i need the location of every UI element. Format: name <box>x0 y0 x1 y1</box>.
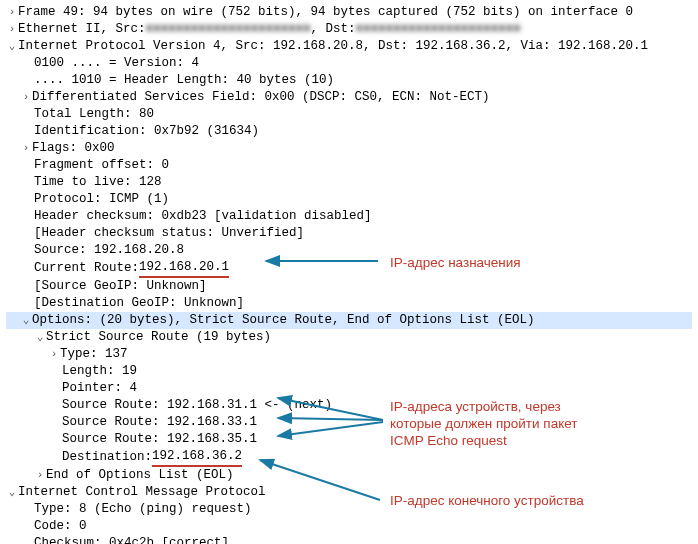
ip-proto-row[interactable]: Protocol: ICMP (1) <box>6 191 692 208</box>
expand-icon[interactable]: › <box>6 4 18 21</box>
ipv4-row[interactable]: ⌄ Internet Protocol Version 4, Src: 192.… <box>6 38 692 55</box>
ip-chksum-row[interactable]: Header checksum: 0xdb23 [validation disa… <box>6 208 692 225</box>
svg-line-4 <box>260 460 380 500</box>
field: [Header checksum status: Unverified] <box>34 225 304 242</box>
annotation-final-device: IP-адрес конечного устройства <box>390 492 584 509</box>
annotation-destination-ip: IP-адрес назначения <box>390 254 521 271</box>
current-route-value: 192.168.20.1 <box>139 259 229 278</box>
expand-icon[interactable]: › <box>20 140 32 157</box>
field: Total Length: 80 <box>34 106 154 123</box>
ip-flags-row[interactable]: › Flags: 0x00 <box>6 140 692 157</box>
annotation-route-devices: IP-адреса устройств, через которые долже… <box>390 398 577 449</box>
field: 0100 .... = Version: 4 <box>34 55 199 72</box>
svg-line-1 <box>278 398 383 420</box>
ethernet-prefix: Ethernet II, Src: <box>18 21 146 38</box>
field: Pointer: 4 <box>62 380 137 397</box>
ip-frag-row[interactable]: Fragment offset: 0 <box>6 157 692 174</box>
field: [Destination GeoIP: Unknown] <box>34 295 244 312</box>
field: [Source GeoIP: Unknown] <box>34 278 207 295</box>
ssr-length-row[interactable]: Length: 19 <box>6 363 692 380</box>
ip-version-row[interactable]: 0100 .... = Version: 4 <box>6 55 692 72</box>
field: Options: (20 bytes), Strict Source Route… <box>32 312 535 329</box>
ip-tlen-row[interactable]: Total Length: 80 <box>6 106 692 123</box>
field: .... 1010 = Header Length: 40 bytes (10) <box>34 72 334 89</box>
ethernet-row[interactable]: › Ethernet II, Src: ■■■■■■■■■■■■■■■■■■■■… <box>6 21 692 38</box>
field: Type: 137 <box>60 346 128 363</box>
ssr-dest-label: Destination: <box>62 449 152 466</box>
annotation-line: IP-адреса устройств, через <box>390 398 577 415</box>
arrow-icon <box>258 254 383 268</box>
current-route-label: Current Route: <box>34 260 139 277</box>
ip-ident-row[interactable]: Identification: 0x7b92 (31634) <box>6 123 692 140</box>
field: Differentiated Services Field: 0x00 (DSC… <box>32 89 490 106</box>
expand-icon[interactable]: › <box>20 89 32 106</box>
field: Checksum: 0x4c2b [correct] <box>34 535 229 544</box>
annotation-line: которые должен пройти пакет <box>390 415 577 432</box>
field: Type: 8 (Echo (ping) request) <box>34 501 252 518</box>
ssr-header-row[interactable]: ⌄ Strict Source Route (19 bytes) <box>6 329 692 346</box>
ip-options-row[interactable]: ⌄ Options: (20 bytes), Strict Source Rou… <box>6 312 692 329</box>
svg-line-3 <box>278 422 383 436</box>
ipv4-header: Internet Protocol Version 4, Src: 192.16… <box>18 38 648 55</box>
field: Header checksum: 0xdb23 [validation disa… <box>34 208 372 225</box>
expand-icon[interactable]: › <box>48 346 60 363</box>
ssr-dest-value: 192.168.36.2 <box>152 448 242 467</box>
expand-icon[interactable]: › <box>34 467 46 484</box>
ip-chkstat-row[interactable]: [Header checksum status: Unverified] <box>6 225 692 242</box>
icmp-chk-row[interactable]: Checksum: 0x4c2b [correct] <box>6 535 692 544</box>
field: Flags: 0x00 <box>32 140 115 157</box>
arrow-icon <box>250 452 385 507</box>
field: Fragment offset: 0 <box>34 157 169 174</box>
field: Source: 192.168.20.8 <box>34 242 184 259</box>
ip-srcgeo-row[interactable]: [Source GeoIP: Unknown] <box>6 278 692 295</box>
field: Code: 0 <box>34 518 87 535</box>
annotation-line: ICMP Echo request <box>390 432 577 449</box>
collapse-icon[interactable]: ⌄ <box>6 38 18 55</box>
frame-summary-row[interactable]: › Frame 49: 94 bytes on wire (752 bits),… <box>6 4 692 21</box>
ip-dsf-row[interactable]: › Differentiated Services Field: 0x00 (D… <box>6 89 692 106</box>
expand-icon[interactable]: › <box>6 21 18 38</box>
field: Source Route: 192.168.35.1 <box>62 431 257 448</box>
collapse-icon[interactable]: ⌄ <box>20 312 32 329</box>
ethernet-dst-value: ■■■■■■■■■■■■■■■■■■■■■■ <box>356 21 521 38</box>
ethernet-src-value: ■■■■■■■■■■■■■■■■■■■■■■ <box>146 21 311 38</box>
collapse-icon[interactable]: ⌄ <box>6 484 18 501</box>
arrow-icon <box>268 388 388 448</box>
svg-line-2 <box>278 418 383 420</box>
field: Length: 19 <box>62 363 137 380</box>
field: Time to live: 128 <box>34 174 162 191</box>
icmp-code-row[interactable]: Code: 0 <box>6 518 692 535</box>
icmp-header: Internet Control Message Protocol <box>18 484 266 501</box>
ethernet-dst-label: , Dst: <box>311 21 356 38</box>
ip-ttl-row[interactable]: Time to live: 128 <box>6 174 692 191</box>
field: Identification: 0x7b92 (31634) <box>34 123 259 140</box>
collapse-icon[interactable]: ⌄ <box>34 329 46 346</box>
ssr-type-row[interactable]: › Type: 137 <box>6 346 692 363</box>
field: End of Options List (EOL) <box>46 467 234 484</box>
field: Strict Source Route (19 bytes) <box>46 329 271 346</box>
ip-hlen-row[interactable]: .... 1010 = Header Length: 40 bytes (10) <box>6 72 692 89</box>
field: Protocol: ICMP (1) <box>34 191 169 208</box>
ip-dstgeo-row[interactable]: [Destination GeoIP: Unknown] <box>6 295 692 312</box>
frame-summary: Frame 49: 94 bytes on wire (752 bits), 9… <box>18 4 633 21</box>
field: Source Route: 192.168.33.1 <box>62 414 257 431</box>
